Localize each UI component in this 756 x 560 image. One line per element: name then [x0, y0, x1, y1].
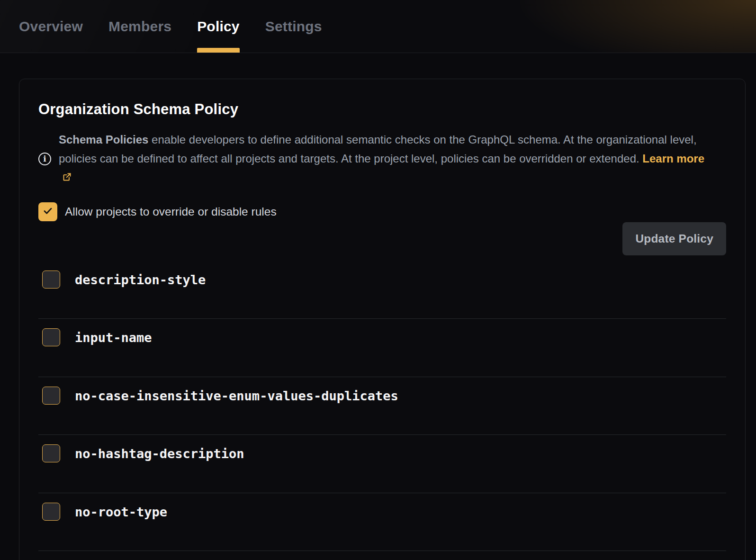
actions-row: Update Policy: [38, 222, 726, 255]
external-link-icon: [62, 169, 72, 188]
tab-overview[interactable]: Overview: [19, 0, 83, 53]
tab-settings[interactable]: Settings: [265, 0, 322, 53]
override-checkbox-label: Allow projects to override or disable ru…: [65, 205, 277, 218]
rule-row-no-root-type: no-root-type: [38, 493, 726, 551]
tab-policy[interactable]: Policy: [197, 0, 240, 53]
policy-description-lead: Schema Policies: [59, 133, 148, 146]
rule-name: input-name: [75, 328, 152, 347]
page-title: Organization Schema Policy: [38, 101, 726, 118]
rule-checkbox[interactable]: [42, 271, 60, 289]
rule-row-description-style: description-style: [38, 261, 726, 319]
rule-name: no-case-insensitive-enum-values-duplicat…: [75, 387, 398, 406]
rule-row-no-hashtag-description: no-hashtag-description: [38, 435, 726, 493]
rule-checkbox[interactable]: [42, 503, 60, 521]
check-icon: [42, 205, 54, 219]
tab-members[interactable]: Members: [108, 0, 171, 53]
rule-row-input-name: input-name: [38, 319, 726, 377]
override-checkbox[interactable]: [38, 202, 57, 221]
rule-name: description-style: [75, 271, 206, 289]
schema-policy-card: Organization Schema Policy i Schema Poli…: [19, 79, 746, 560]
info-icon: i: [38, 153, 51, 165]
rule-checkbox[interactable]: [42, 387, 60, 405]
rule-name: no-root-type: [75, 503, 167, 522]
override-checkbox-row: Allow projects to override or disable ru…: [38, 202, 726, 221]
rule-name: no-hashtag-description: [75, 444, 244, 463]
policy-description-callout: i Schema Policies enable developers to d…: [38, 130, 726, 188]
policy-description-body: enable developers to define additional s…: [59, 133, 697, 165]
rules-list: description-style input-name no-case-ins…: [38, 261, 726, 551]
learn-more-link[interactable]: Learn more: [642, 152, 704, 165]
organization-tabbar: Overview Members Policy Settings: [0, 0, 756, 53]
rule-checkbox[interactable]: [42, 444, 60, 462]
policy-description-text: Schema Policies enable developers to def…: [59, 130, 709, 188]
update-policy-button[interactable]: Update Policy: [622, 222, 726, 255]
rule-row-no-case-insensitive-enum-values-duplicates: no-case-insensitive-enum-values-duplicat…: [38, 377, 726, 435]
rule-checkbox[interactable]: [42, 328, 60, 346]
